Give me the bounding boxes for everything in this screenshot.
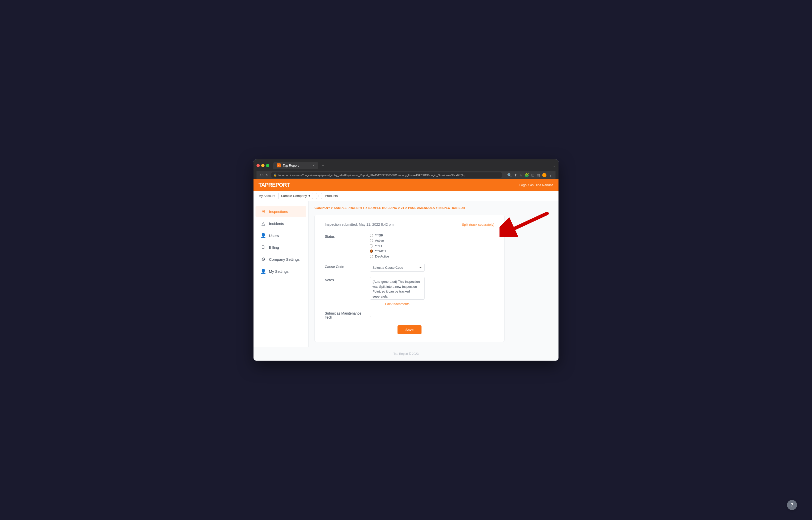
forward-button[interactable]: ›: [262, 173, 263, 177]
maximize-traffic-light[interactable]: [266, 164, 269, 167]
company-name: Sample Company: [281, 194, 307, 198]
submitted-text: Inspection submitted: May 11, 2022 8:42 …: [325, 223, 394, 227]
notes-label: Notes: [325, 277, 365, 282]
extensions-icon[interactable]: 🧩: [525, 173, 529, 177]
footer-copyright: Tap Report © 2023: [393, 352, 419, 356]
reload-button[interactable]: ↻: [265, 173, 269, 177]
breadcrumb-building[interactable]: SAMPLE BUILDING: [368, 206, 397, 210]
svg-line-1: [514, 213, 547, 229]
inspection-card-wrapper: Inspection submitted: May 11, 2022 8:42 …: [314, 215, 504, 342]
new-tab-button[interactable]: +: [322, 163, 325, 168]
tab-title: Tap Report: [283, 164, 299, 167]
sidebar-item-incidents[interactable]: △ Incidents: [255, 218, 306, 229]
help-button[interactable]: ?: [787, 500, 797, 510]
maintenance-checkbox[interactable]: [368, 314, 371, 317]
cause-code-select[interactable]: Select a Cause Code: [370, 264, 425, 271]
app-logo: TAPREPORT: [258, 182, 290, 188]
tab-favicon: T: [277, 163, 281, 167]
tab-chevron-icon: ⌄: [553, 164, 556, 167]
status-field: ***SR Active ***IR: [370, 233, 494, 258]
logout-label[interactable]: Logout as Dina Nandha: [519, 183, 554, 187]
status-radio-deactive[interactable]: [370, 255, 373, 258]
minimize-traffic-light[interactable]: [261, 164, 264, 167]
save-button[interactable]: Save: [397, 325, 422, 334]
tab-manager-icon[interactable]: ⊡: [531, 173, 534, 177]
sidebar-item-company-settings[interactable]: ⚙ Company Settings: [255, 254, 306, 265]
sidebar-users-label: Users: [269, 233, 279, 238]
maintenance-label: Submit as Maintenance Tech: [325, 311, 365, 319]
menu-icon[interactable]: ⋮: [549, 173, 553, 177]
add-tab-button[interactable]: +: [316, 193, 322, 199]
maintenance-row: Submit as Maintenance Tech: [325, 311, 494, 319]
red-arrow-annotation: [500, 210, 550, 237]
status-option-ir[interactable]: ***IR: [370, 244, 494, 248]
company-settings-icon: ⚙: [260, 257, 266, 262]
inspections-icon: ⊟: [260, 209, 266, 214]
back-button[interactable]: ‹: [259, 173, 261, 177]
browser-tab[interactable]: T Tap Report ×: [273, 162, 318, 169]
tab-close-button[interactable]: ×: [313, 163, 315, 167]
products-nav-item[interactable]: Products: [325, 194, 338, 198]
status-radio-aio1[interactable]: [370, 250, 373, 253]
status-radio-active[interactable]: [370, 239, 373, 242]
notes-row: Notes (Auto-generated) This Inspection w…: [325, 277, 494, 306]
cause-code-label: Cause Code: [325, 264, 365, 269]
bookmark-icon[interactable]: ☆: [519, 173, 523, 177]
address-bar[interactable]: 🔒 tapreport.io/secure/?pageview=equipmen…: [271, 173, 502, 178]
my-settings-icon: 👤: [260, 268, 266, 274]
company-select[interactable]: Sample Company ▾: [278, 193, 313, 199]
main-content: COMPANY > SAMPLE PROPERTY > SAMPLE BUILD…: [308, 201, 559, 347]
lock-icon: 🔒: [274, 174, 277, 177]
breadcrumb-company[interactable]: COMPANY: [314, 206, 330, 210]
app-nav: My Account Sample Company ▾ + Products: [253, 191, 559, 201]
incidents-icon: △: [260, 221, 266, 226]
billing-icon: 🗒: [260, 245, 266, 250]
sidebar: ⊟ Inspections △ Incidents 👤 Users 🗒 Bill…: [253, 201, 308, 347]
status-option-deactive[interactable]: De-Active: [370, 255, 494, 258]
sidebar-billing-label: Billing: [269, 245, 279, 250]
sidebar-inspections-label: Inspections: [269, 209, 288, 214]
reading-mode-icon[interactable]: ▤: [536, 173, 540, 177]
users-icon: 👤: [260, 233, 266, 238]
app-body: ⊟ Inspections △ Incidents 👤 Users 🗒 Bill…: [253, 201, 559, 347]
breadcrumb-number[interactable]: 21: [401, 206, 404, 210]
notes-textarea[interactable]: (Auto-generated) This Inspection was Spl…: [370, 277, 425, 300]
status-label-aio1: ***AIO1: [375, 249, 386, 253]
share-icon[interactable]: ⬆: [514, 173, 517, 177]
sidebar-item-my-settings[interactable]: 👤 My Settings: [255, 265, 306, 277]
breadcrumb-person[interactable]: PAUL AMENDOLA: [408, 206, 435, 210]
profile-icon[interactable]: 🟠: [542, 173, 547, 177]
sidebar-item-inspections[interactable]: ⊟ Inspections: [255, 206, 306, 217]
company-dropdown-icon: ▾: [308, 194, 310, 198]
status-radio-group: ***SR Active ***IR: [370, 233, 494, 258]
status-option-active[interactable]: Active: [370, 239, 494, 242]
status-label-sr: ***SR: [375, 233, 383, 237]
status-radio-sr[interactable]: [370, 234, 373, 237]
breadcrumb: COMPANY > SAMPLE PROPERTY > SAMPLE BUILD…: [314, 206, 553, 210]
app-header: TAPREPORT Logout as Dina Nandha: [253, 179, 559, 191]
app-footer: Tap Report © 2023: [253, 347, 559, 361]
cause-code-row: Cause Code Select a Cause Code: [325, 264, 494, 271]
status-row: Status ***SR Active: [325, 233, 494, 258]
close-traffic-light[interactable]: [256, 164, 260, 167]
status-radio-ir[interactable]: [370, 244, 373, 248]
notes-field: (Auto-generated) This Inspection was Spl…: [370, 277, 494, 306]
search-icon[interactable]: 🔍: [507, 173, 512, 177]
status-label: Status: [325, 233, 365, 238]
edit-attachments-link[interactable]: Edit Attachments: [370, 302, 425, 306]
address-bar-container: ‹ › ↻ 🔒 tapreport.io/secure/?pageview=eq…: [256, 171, 556, 179]
status-option-aio1[interactable]: ***AIO1: [370, 249, 494, 253]
sidebar-incidents-label: Incidents: [269, 222, 284, 226]
sidebar-item-users[interactable]: 👤 Users: [255, 230, 306, 241]
sidebar-item-billing[interactable]: 🗒 Billing: [255, 242, 306, 253]
url-text: tapreport.io/secure/?pageview=equipment_…: [279, 174, 467, 177]
status-option-sr[interactable]: ***SR: [370, 233, 494, 237]
status-label-deactive: De-Active: [375, 255, 389, 258]
breadcrumb-property[interactable]: SAMPLE PROPERTY: [334, 206, 365, 210]
sidebar-company-settings-label: Company Settings: [269, 257, 300, 261]
breadcrumb-page: INSPECTION EDIT: [439, 206, 466, 210]
split-link[interactable]: Split (track separately): [462, 223, 494, 227]
card-top: Inspection submitted: May 11, 2022 8:42 …: [325, 223, 494, 227]
cause-code-field: Select a Cause Code: [370, 264, 494, 271]
status-label-active: Active: [375, 239, 384, 242]
